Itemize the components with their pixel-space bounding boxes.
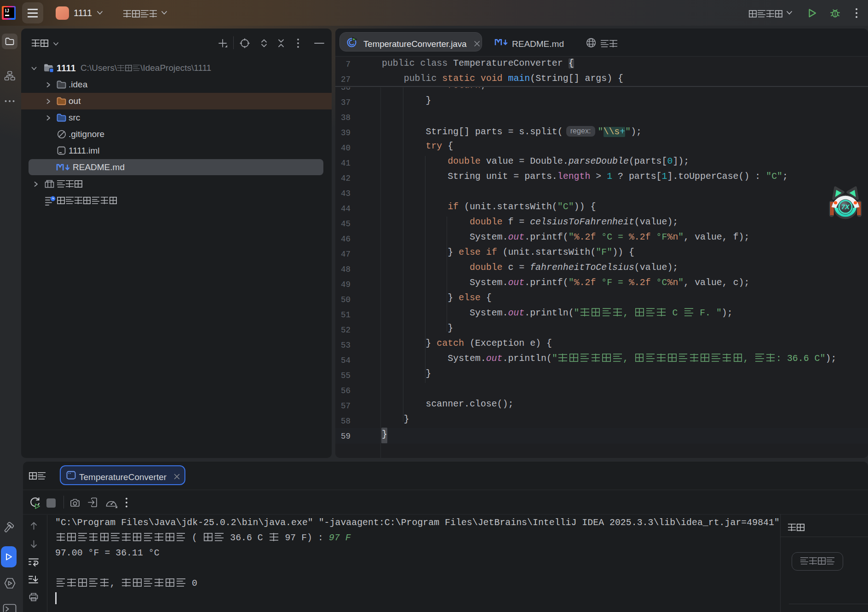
svg-text:7X: 7X (841, 203, 850, 211)
